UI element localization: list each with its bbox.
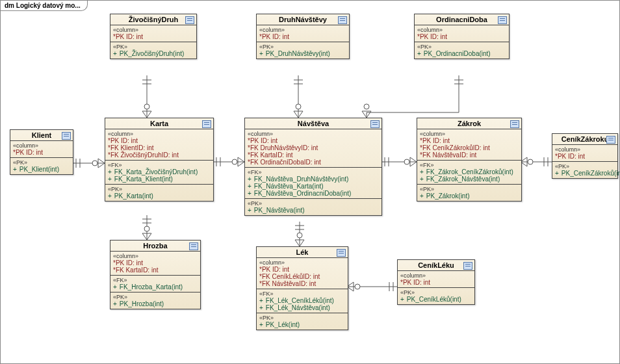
- table-icon: [338, 16, 347, 24]
- table-icon: [606, 136, 615, 144]
- table-icon: [337, 249, 346, 257]
- entity-name: Návštěva: [298, 120, 329, 127]
- entity-name: Zákrok: [458, 120, 481, 127]
- svg-point-18: [232, 159, 237, 164]
- entity-lek[interactable]: Lék «column» *PK ID: int *FK CeníkLékůID…: [256, 246, 348, 330]
- diagram-tab: dm Logický datový mo...: [1, 1, 88, 11]
- entity-name: Hrozba: [143, 242, 167, 250]
- table-icon: [62, 132, 71, 140]
- table-icon: [189, 242, 198, 250]
- svg-point-14: [364, 104, 369, 109]
- entity-name: DruhNávštěvy: [279, 16, 327, 23]
- svg-point-22: [404, 159, 409, 164]
- entity-karta[interactable]: Karta «column» *PK ID: int *FK KlientID:…: [105, 118, 214, 202]
- svg-point-11: [296, 104, 301, 109]
- table-icon: [370, 120, 380, 128]
- svg-point-36: [355, 284, 360, 289]
- entity-cenikzakroku[interactable]: CeníkZákroku «column»*PK ID: int «PK»+PK…: [552, 133, 618, 179]
- entity-klient[interactable]: Klient «column»*PK ID: int «PK»+PK_Klien…: [10, 129, 73, 175]
- table-icon: [498, 16, 507, 24]
- entity-name: OrdinacniDoba: [436, 16, 487, 23]
- svg-point-34: [297, 233, 302, 238]
- table-icon: [510, 120, 519, 128]
- entity-navsteva[interactable]: Návštěva «column» *PK ID: int *FK DruhNá…: [244, 118, 382, 216]
- entity-hrozba[interactable]: Hrozba «column» *PK ID: int *FK KartaID:…: [110, 240, 201, 309]
- entity-name: ŽivočišnýDruh: [129, 16, 178, 23]
- entity-ordinacnidoba[interactable]: OrdinacniDoba «column»*PK ID: int «PK»+P…: [414, 14, 510, 59]
- svg-point-7: [144, 104, 149, 109]
- entity-name: Lék: [296, 248, 309, 256]
- entity-druhnavstevy[interactable]: DruhNávštěvy «column»*PK ID: int «PK»+PK…: [256, 14, 350, 59]
- svg-point-24: [528, 159, 533, 164]
- entity-name: Klient: [32, 131, 52, 139]
- entity-cenikleku[interactable]: CeníkLéku «column»*PK ID: int «PK»+PK_Ce…: [397, 259, 475, 305]
- entity-name: CeníkZákroku: [562, 135, 609, 143]
- table-icon: [185, 16, 194, 24]
- table-icon: [202, 120, 211, 128]
- table-icon: [463, 262, 472, 270]
- entity-name: Karta: [150, 120, 168, 127]
- entity-zakrok[interactable]: Zákrok «column» *PK ID: int *FK CeníkZák…: [417, 118, 522, 202]
- svg-point-3: [92, 161, 97, 166]
- entity-zivocisnydruh[interactable]: ŽivočišnýDruh «column»*PK ID: int «PK»+P…: [110, 14, 197, 59]
- svg-point-30: [144, 226, 149, 231]
- entity-name: CeníkLéku: [418, 261, 454, 269]
- diagram-title: dm Logický datový mo...: [5, 2, 81, 9]
- diagram-canvas: dm Logický datový mo...: [0, 0, 620, 364]
